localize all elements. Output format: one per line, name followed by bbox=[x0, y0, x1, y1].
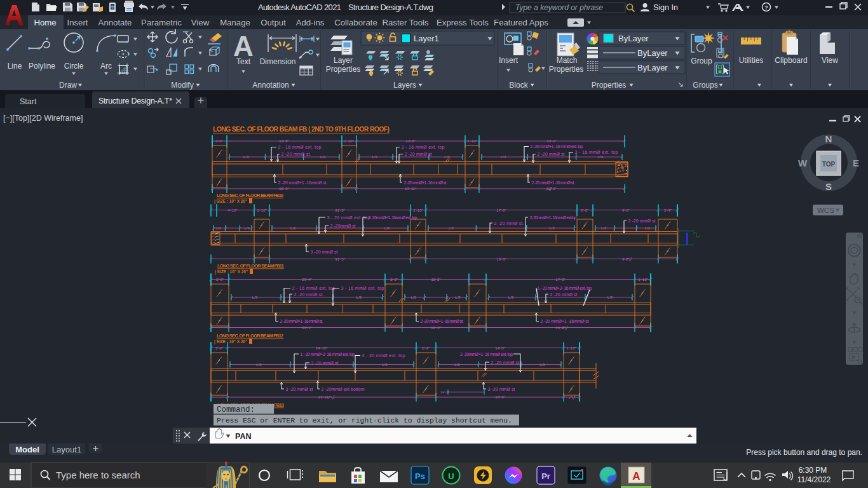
svg-text:3 - 16 mmØ ext. top: 3 - 16 mmØ ext. top bbox=[575, 150, 618, 155]
svg-text:Insert: Insert bbox=[67, 18, 88, 27]
svg-text:3 - 16 mmØ ext. top: 3 - 16 mmØ ext. top bbox=[402, 145, 445, 150]
svg-text:2 -20 mmØ st.: 2 -20 mmØ st. bbox=[281, 152, 311, 156]
svg-text:3 -20 mmØ st: 3 -20 mmØ st bbox=[488, 387, 515, 391]
svg-text:13'-11": 13'-11" bbox=[405, 187, 416, 191]
svg-text:Raster Tools: Raster Tools bbox=[382, 18, 428, 27]
svg-text:2 -20 mmØ st.: 2 -20 mmØ st. bbox=[294, 292, 324, 297]
svg-text:| SIZE : 10" X 20": | SIZE : 10" X 20" bbox=[214, 199, 247, 204]
svg-text:Insert: Insert bbox=[499, 56, 519, 65]
svg-text:WCS: WCS bbox=[817, 207, 834, 214]
svg-text:L/3: L/3 bbox=[645, 226, 651, 230]
svg-text:L/3: L/3 bbox=[384, 226, 390, 230]
svg-text:Layer1: Layer1 bbox=[414, 34, 439, 43]
svg-text:L/3: L/3 bbox=[508, 295, 514, 299]
svg-text:LONG SEC. OF FLOOR BEAM FB ( 2: LONG SEC. OF FLOOR BEAM FB ( 2ND TO 9TH … bbox=[213, 125, 390, 133]
svg-text:View: View bbox=[822, 56, 838, 65]
svg-text:2 -20 mmØ st.: 2 -20 mmØ st. bbox=[494, 221, 524, 226]
svg-text:L/3: L/3 bbox=[455, 295, 461, 299]
svg-text:3'-0": 3'-0" bbox=[581, 208, 588, 212]
svg-text:2'-0": 2'-0" bbox=[216, 278, 224, 281]
svg-text:Press ESC or ENTER to exit, or: Press ESC or ENTER to exit, or right-cli… bbox=[217, 417, 512, 424]
svg-text:E: E bbox=[853, 158, 859, 168]
svg-text:Match: Match bbox=[557, 56, 578, 65]
svg-text:31'-5": 31'-5" bbox=[335, 257, 344, 261]
svg-text:Modify: Modify bbox=[171, 81, 193, 90]
svg-text:2 - 16 mmØ ext. top: 2 - 16 mmØ ext. top bbox=[278, 145, 322, 150]
svg-text:2- 20mmØ+1- 16mmØ ext. top: 2- 20mmØ+1- 16mmØ ext. top bbox=[369, 215, 417, 220]
svg-text:2 -20 mmØ+1 -16 mmØ st.: 2 -20 mmØ+1 -16 mmØ st. bbox=[421, 319, 464, 323]
svg-text:L/3: L/3 bbox=[256, 363, 262, 367]
svg-text:L/3: L/3 bbox=[607, 295, 613, 299]
svg-text:A: A bbox=[632, 470, 640, 482]
svg-text:ByLayer: ByLayer bbox=[618, 34, 649, 43]
svg-text:Properties: Properties bbox=[592, 81, 627, 90]
svg-text:15'-0": 15'-0" bbox=[279, 187, 288, 191]
svg-text:L/3: L/3 bbox=[252, 295, 258, 299]
svg-text:Model: Model bbox=[15, 445, 39, 454]
svg-text:Block: Block bbox=[509, 81, 528, 90]
svg-text:4'-10": 4'-10" bbox=[227, 208, 237, 212]
svg-text:LONG SEC. OF FLOOR BEAM FB10: LONG SEC. OF FLOOR BEAM FB10 bbox=[217, 193, 283, 198]
svg-text:2'-0": 2'-0" bbox=[215, 346, 223, 350]
svg-text:Annotation: Annotation bbox=[252, 81, 288, 90]
svg-text:Draw: Draw bbox=[59, 81, 77, 90]
svg-text:13'-0": 13'-0" bbox=[546, 139, 556, 143]
svg-text:Structure Design-A.T.dwg: Structure Design-A.T.dwg bbox=[348, 3, 433, 12]
svg-text:17'-5": 17'-5" bbox=[555, 278, 565, 281]
svg-text:2 -20mmØ ext bottom: 2 -20mmØ ext bottom bbox=[322, 387, 365, 391]
svg-text:2'-3": 2'-3" bbox=[664, 208, 672, 212]
svg-text:Structure Design-A.T*: Structure Design-A.T* bbox=[98, 97, 172, 105]
svg-text:2- 20mmØ+1- 16 mmØ ext. top: 2- 20mmØ+1- 16 mmØ ext. top bbox=[460, 352, 513, 357]
svg-text:2- 20mmØ+1- 16mmØ ext.top: 2- 20mmØ+1- 16mmØ ext.top bbox=[530, 215, 577, 220]
svg-text:2'-0": 2'-0" bbox=[215, 139, 223, 143]
svg-text:3 - 20 mmØ ext. top: 3 - 20 mmØ ext. top bbox=[327, 215, 370, 220]
svg-text:11/4/2022: 11/4/2022 bbox=[797, 475, 831, 484]
svg-text:2 -20 mmØ st: 2 -20 mmØ st bbox=[538, 152, 565, 156]
svg-text:Start: Start bbox=[20, 97, 37, 106]
svg-text:6:30 PM: 6:30 PM bbox=[799, 466, 827, 475]
svg-text:Manage: Manage bbox=[220, 18, 250, 27]
svg-text:26'-4": 26'-4" bbox=[302, 278, 311, 281]
svg-text:Sign In: Sign In bbox=[653, 3, 678, 12]
svg-text:2 -20 mmØ st.: 2 -20 mmØ st. bbox=[491, 360, 521, 365]
svg-text:19'-3": 19'-3" bbox=[496, 257, 506, 261]
svg-text:1'-10": 1'-10" bbox=[413, 208, 423, 212]
svg-text:Press pick button and drag to: Press pick button and drag to pan. bbox=[746, 448, 862, 457]
svg-text:L/3: L/3 bbox=[382, 363, 388, 367]
svg-text:Featured Apps: Featured Apps bbox=[494, 18, 548, 27]
svg-text:9'-6": 9'-6" bbox=[622, 208, 630, 212]
svg-text:11'-2": 11'-2" bbox=[431, 278, 441, 281]
svg-text:L/3: L/3 bbox=[320, 155, 326, 159]
svg-text:L/3: L/3 bbox=[539, 363, 545, 367]
svg-text:Layout1: Layout1 bbox=[52, 445, 81, 454]
svg-text:17'-8": 17'-8" bbox=[496, 208, 506, 212]
svg-text:L/3: L/3 bbox=[372, 155, 377, 159]
svg-text:31'-5": 31'-5" bbox=[335, 208, 344, 212]
svg-text:2 -20 mmØ+1 -16 mmØ st.: 2 -20 mmØ+1 -16 mmØ st. bbox=[404, 180, 447, 185]
svg-text:L/3: L/3 bbox=[215, 226, 221, 230]
svg-text:Utilities: Utilities bbox=[739, 56, 764, 65]
svg-text:L/3: L/3 bbox=[454, 363, 460, 367]
svg-text:Add-ins: Add-ins bbox=[296, 18, 325, 27]
svg-text:Dimension: Dimension bbox=[260, 57, 296, 66]
svg-text:2 -20 mmØ st: 2 -20 mmØ st bbox=[550, 292, 578, 297]
svg-text:2 -20 mmØ+1 -16 mmØ st.: 2 -20 mmØ+1 -16 mmØ st. bbox=[532, 180, 575, 185]
svg-text:LONG SEC. OF FLOOR BEAM FB12: LONG SEC. OF FLOOR BEAM FB12 bbox=[217, 333, 283, 339]
svg-text:Circle: Circle bbox=[64, 62, 84, 71]
svg-text:L/3: L/3 bbox=[501, 155, 506, 159]
svg-text:LONG SEC. OF FLOOR BEAM FB11: LONG SEC. OF FLOOR BEAM FB11 bbox=[217, 263, 284, 269]
svg-text:2- 20 mmØ+1- 16 mmØ ext. top: 2- 20 mmØ+1- 16 mmØ ext. top bbox=[531, 144, 583, 149]
svg-text:PAN: PAN bbox=[235, 432, 251, 441]
svg-text:Annotate: Annotate bbox=[98, 18, 132, 27]
svg-text:L/3: L/3 bbox=[601, 226, 607, 230]
svg-text:TOP: TOP bbox=[822, 161, 836, 168]
svg-text:23'-11": 23'-11" bbox=[318, 395, 330, 399]
svg-text:Type a keyword or phrase: Type a keyword or phrase bbox=[515, 3, 603, 12]
svg-text:13'-8": 13'-8" bbox=[405, 139, 415, 143]
svg-text:1'-10": 1'-10" bbox=[638, 278, 648, 281]
svg-text:?: ? bbox=[764, 4, 768, 11]
svg-text:L/3: L/3 bbox=[598, 155, 604, 159]
svg-text:W: W bbox=[798, 158, 808, 168]
svg-text:18'-9": 18'-9" bbox=[495, 395, 505, 399]
svg-text:L/3: L/3 bbox=[243, 155, 249, 159]
